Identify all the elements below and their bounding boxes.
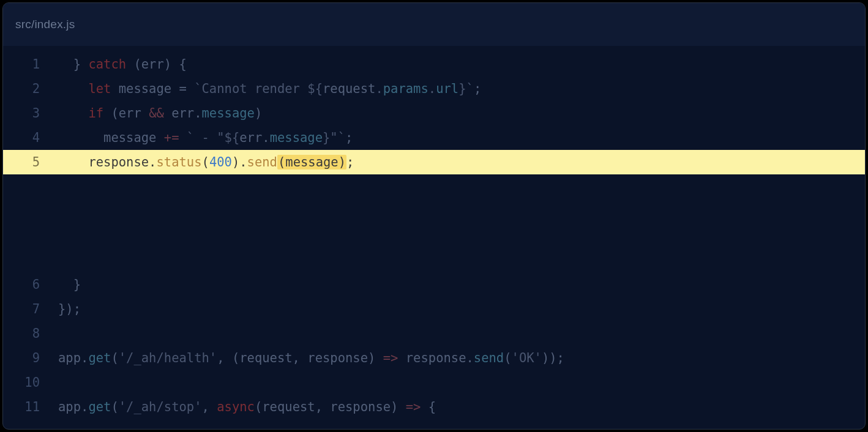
code-content: message += ` - "${err.message}"`; — [58, 130, 865, 145]
line-number: 10 — [3, 375, 58, 390]
code-content: let message = `Cannot render ${request.p… — [58, 81, 865, 96]
line-number: 6 — [3, 277, 58, 292]
line-number: 7 — [3, 302, 58, 316]
line-number: 3 — [3, 106, 58, 121]
code-content: if (err && err.message) — [58, 106, 865, 121]
tab-bar: src/index.js — [3, 3, 865, 46]
editor-window: src/index.js 1 } catch (err) {2 let mess… — [2, 2, 866, 430]
code-line[interactable]: 1 } catch (err) { — [3, 52, 865, 76]
code-area[interactable]: 1 } catch (err) {2 let message = `Cannot… — [3, 46, 865, 429]
code-content: response.status(400).send(message); — [58, 155, 865, 169]
line-number: 2 — [3, 81, 58, 96]
code-line[interactable]: 8 — [3, 321, 865, 346]
line-number: 4 — [3, 130, 58, 145]
code-content: }); — [58, 302, 865, 316]
code-content: } catch (err) { — [58, 57, 865, 72]
code-line[interactable]: 11app.get('/_ah/stop', async(request, re… — [3, 395, 865, 419]
code-line-highlighted[interactable]: 5 response.status(400).send(message); — [3, 150, 865, 174]
code-line[interactable]: 3 if (err && err.message) — [3, 101, 865, 125]
code-line[interactable]: 9app.get('/_ah/health', (request, respon… — [3, 346, 865, 370]
line-number: 9 — [3, 351, 58, 365]
code-line[interactable]: 10 — [3, 370, 865, 395]
code-content: } — [58, 277, 865, 292]
line-number: 11 — [3, 400, 58, 414]
line-number: 5 — [3, 155, 58, 169]
code-line[interactable]: 2 let message = `Cannot render ${request… — [3, 76, 865, 101]
file-tab[interactable]: src/index.js — [15, 18, 75, 31]
line-number: 1 — [3, 57, 58, 72]
code-content: app.get('/_ah/health', (request, respons… — [58, 351, 865, 365]
code-line[interactable]: 7}); — [3, 297, 865, 321]
code-line[interactable]: 4 message += ` - "${err.message}"`; — [3, 125, 865, 150]
code-content: app.get('/_ah/stop', async(request, resp… — [58, 400, 865, 414]
line-number: 8 — [3, 326, 58, 341]
code-line[interactable]: 6 } — [3, 272, 865, 297]
code-gap — [3, 174, 865, 272]
